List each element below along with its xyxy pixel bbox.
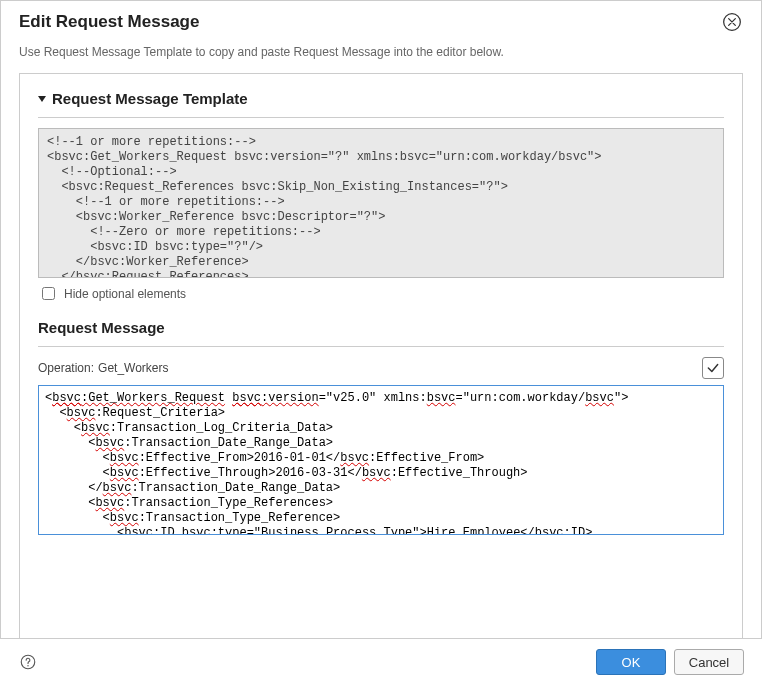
dialog-footer: OK Cancel bbox=[0, 638, 762, 685]
hide-optional-checkbox[interactable] bbox=[42, 287, 55, 300]
divider bbox=[38, 346, 724, 347]
divider bbox=[38, 117, 724, 118]
content-area: Request Message Template Hide optional e… bbox=[19, 73, 743, 644]
hide-optional-label: Hide optional elements bbox=[64, 287, 186, 301]
template-section-title: Request Message Template bbox=[52, 90, 248, 107]
close-icon bbox=[722, 12, 742, 32]
template-textarea[interactable] bbox=[38, 128, 724, 278]
dialog-subtitle: Use Request Message Template to copy and… bbox=[1, 39, 761, 73]
operation-row: Operation: Get_Workers bbox=[38, 357, 724, 379]
check-icon bbox=[706, 361, 720, 375]
help-button[interactable] bbox=[18, 652, 38, 672]
svg-point-2 bbox=[27, 665, 28, 666]
validate-button[interactable] bbox=[702, 357, 724, 379]
dialog-title: Edit Request Message bbox=[19, 12, 721, 32]
ok-button[interactable]: OK bbox=[596, 649, 666, 675]
operation-label: Operation: bbox=[38, 361, 94, 375]
template-section-header[interactable]: Request Message Template bbox=[38, 90, 724, 107]
chevron-down-icon bbox=[38, 96, 46, 102]
help-icon bbox=[19, 653, 37, 671]
message-section-title: Request Message bbox=[38, 319, 724, 336]
message-textarea[interactable]: <bsvc:Get_Workers_Request bsvc:version="… bbox=[38, 385, 724, 535]
cancel-button[interactable]: Cancel bbox=[674, 649, 744, 675]
operation-value: Get_Workers bbox=[98, 361, 702, 375]
hide-optional-row: Hide optional elements bbox=[38, 284, 724, 303]
close-button[interactable] bbox=[721, 11, 743, 33]
